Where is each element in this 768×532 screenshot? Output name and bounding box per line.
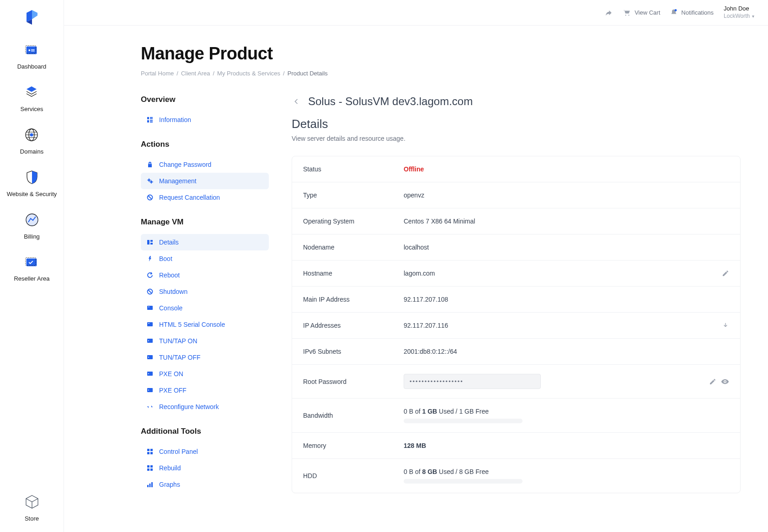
- row-value: 2001:db8:0:12::/64: [404, 348, 729, 355]
- row-root-password: Root Password: [292, 365, 740, 399]
- side-link-icon: [146, 271, 154, 279]
- row-main-ip: Main IP Address 92.117.207.108: [292, 287, 740, 313]
- details-panel: Status Offline Type openvz Operating Sys…: [292, 156, 741, 493]
- edit-hostname-button[interactable]: [722, 270, 729, 277]
- breadcrumb-item[interactable]: My Products & Services: [217, 70, 280, 77]
- side-link-reboot[interactable]: Reboot: [141, 267, 269, 283]
- breadcrumb-item[interactable]: Client Area: [181, 70, 210, 77]
- svg-rect-45: [150, 465, 153, 468]
- logo[interactable]: [25, 9, 39, 27]
- nav-icon: [23, 211, 41, 229]
- sidebar-item-billing[interactable]: Billing: [23, 211, 41, 241]
- breadcrumb-item: Product Details: [288, 70, 328, 77]
- side-link-icon: [146, 194, 154, 201]
- side-link-pxe-off[interactable]: PXE OFF: [141, 382, 269, 399]
- hdd-progress: [404, 479, 523, 484]
- side-link-rebuild[interactable]: Rebuild: [141, 460, 269, 476]
- share-icon[interactable]: [604, 9, 613, 17]
- sidebar-item-dashboard[interactable]: Dashboard: [17, 41, 47, 71]
- view-cart-button[interactable]: View Cart: [623, 9, 660, 16]
- side-link-change-password[interactable]: Change Password: [141, 156, 269, 173]
- back-arrow-icon[interactable]: [292, 97, 301, 106]
- svg-rect-46: [147, 468, 149, 471]
- side-link-label: Console: [159, 304, 182, 312]
- nav-icon: [23, 84, 40, 101]
- sidebar-item-reseller-area[interactable]: Reseller Area: [14, 253, 49, 283]
- root-password-field[interactable]: [404, 374, 541, 389]
- side-link-label: Control Panel: [159, 448, 198, 455]
- side-group-title: Overview: [141, 95, 269, 104]
- row-value: lagom.com: [404, 270, 717, 277]
- side-link-icon: [146, 304, 154, 312]
- expand-ips-button[interactable]: [722, 322, 729, 329]
- side-link-control-panel[interactable]: Control Panel: [141, 443, 269, 460]
- sidebar-item-label: Website & Security: [7, 191, 57, 198]
- sidebar-item-services[interactable]: Services: [21, 84, 43, 113]
- side-link-icon: [146, 239, 154, 246]
- side-link-information[interactable]: Information: [141, 112, 269, 128]
- row-label: Main IP Address: [303, 296, 404, 303]
- row-value: openvz: [404, 192, 729, 199]
- row-label: Status: [303, 165, 404, 173]
- user-name: John Doe: [724, 5, 749, 13]
- side-link-icon: [146, 481, 154, 488]
- row-label: Operating System: [303, 218, 404, 225]
- side-group-title: Actions: [141, 140, 269, 149]
- side-link-icon: [146, 464, 154, 472]
- svg-rect-29: [148, 307, 149, 307]
- row-hostname: Hostname lagom.com: [292, 261, 740, 287]
- side-link-pxe-on[interactable]: PXE ON: [141, 366, 269, 382]
- side-link-html-5-serial-console[interactable]: HTML 5 Serial Console: [141, 316, 269, 333]
- svg-point-12: [625, 15, 626, 16]
- row-memory: Memory 128 MB: [292, 433, 740, 459]
- edit-password-button[interactable]: [709, 378, 716, 385]
- user-menu[interactable]: John Doe LockWorth ▾: [724, 5, 754, 20]
- sidebar-item-label: Store: [25, 515, 39, 523]
- side-link-request-cancellation[interactable]: Request Cancellation: [141, 189, 269, 206]
- side-link-label: Change Password: [159, 161, 211, 168]
- notifications-button[interactable]: Notifications: [670, 9, 714, 17]
- nav-icon: [23, 41, 40, 59]
- svg-point-2: [29, 49, 31, 51]
- chevron-down-icon: ▾: [751, 14, 754, 19]
- side-link-label: PXE ON: [159, 370, 183, 378]
- side-link-tun-tap-on[interactable]: TUN/TAP ON: [141, 333, 269, 349]
- svg-rect-15: [147, 117, 149, 119]
- detail-heading: Solus - SolusVM dev3.lagom.com: [308, 95, 473, 108]
- side-link-icon: [146, 337, 154, 345]
- side-link-graphs[interactable]: Graphs: [141, 476, 269, 493]
- breadcrumb-item[interactable]: Portal Home: [141, 70, 174, 77]
- svg-point-33: [148, 340, 149, 341]
- side-link-boot[interactable]: Boot: [141, 250, 269, 267]
- side-link-label: Reconfigure Network: [159, 403, 219, 410]
- side-link-shutdown[interactable]: Shutdown: [141, 283, 269, 300]
- svg-rect-18: [147, 120, 149, 122]
- notifications-label: Notifications: [681, 9, 714, 16]
- side-link-details[interactable]: Details: [141, 234, 269, 250]
- sidebar-item-store[interactable]: Store: [23, 493, 41, 523]
- side-link-management[interactable]: Management: [141, 173, 269, 189]
- side-link-tun-tap-off[interactable]: TUN/TAP OFF: [141, 349, 269, 366]
- bandwidth-text: 0 B of 1 GB Used / 1 GB Free: [404, 408, 729, 415]
- sidebar-item-website-security[interactable]: Website & Security: [7, 169, 57, 198]
- row-hdd: HDD 0 B of 8 GB Used / 8 GB Free: [292, 459, 740, 493]
- side-link-icon: [146, 116, 154, 123]
- cube-icon: [23, 493, 41, 511]
- sidebar-item-domains[interactable]: Domains: [20, 126, 43, 156]
- nav-icon: [23, 253, 40, 271]
- row-label: Hostname: [303, 270, 404, 277]
- sidebar: DashboardServicesDomainsWebsite & Securi…: [0, 0, 64, 532]
- side-link-console[interactable]: Console: [141, 300, 269, 316]
- side-link-reconfigure-network[interactable]: Reconfigure Network: [141, 399, 269, 415]
- svg-rect-4: [32, 51, 35, 51]
- reveal-password-button[interactable]: [721, 378, 729, 386]
- arrow-down-icon: [722, 322, 729, 329]
- side-link-icon: [146, 354, 154, 361]
- pencil-icon: [709, 378, 716, 385]
- svg-rect-16: [150, 117, 153, 118]
- sidebar-item-label: Services: [21, 106, 43, 113]
- row-label: IP Addresses: [303, 322, 404, 329]
- side-link-label: Shutdown: [159, 288, 187, 295]
- svg-rect-48: [147, 485, 149, 487]
- svg-rect-17: [150, 118, 153, 119]
